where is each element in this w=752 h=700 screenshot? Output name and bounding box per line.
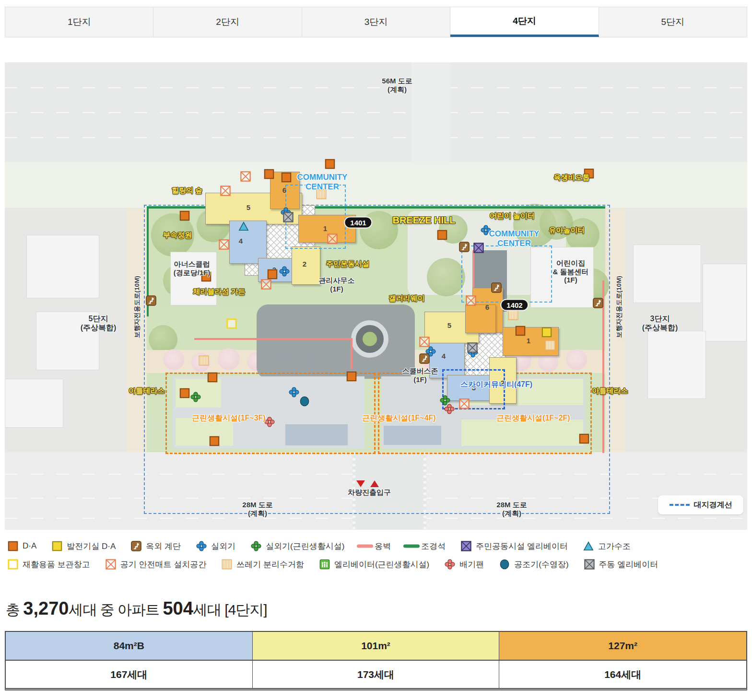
map-label: 스쿨버스존 (1F) (402, 367, 438, 384)
summary-total-count: 3,270 (23, 598, 69, 618)
legend-ahu-icon (499, 559, 510, 570)
legend-item: 고가수조 (582, 541, 631, 552)
tab-2단지[interactable]: 2단지 (153, 7, 302, 37)
unit-type-header: 101m² (253, 632, 500, 661)
map-stairs-icon (459, 242, 470, 252)
legend-evp-icon (461, 541, 471, 551)
map-trash-icon (199, 355, 209, 366)
site-plan-page: 1단지2단지3단지4단지5단지 (0, 0, 752, 700)
building-number: 1 (527, 337, 530, 345)
site-plan-map: 대지경계선 56143265143256M 도로 (계획)힐링의 숲COMMUN… (5, 62, 747, 530)
legend-recycle-icon (8, 559, 18, 570)
map-label: 56M 도로 (계획) (382, 77, 412, 93)
map-label: 체리블라섬 가든 (193, 287, 245, 296)
unit-type-header: 127m² (499, 632, 746, 661)
map-label: 유아놀이터 (549, 226, 585, 234)
map-label: 아틀테라스 (592, 386, 628, 395)
legend-evgray-icon (584, 559, 595, 570)
unit-type-table: 84m²B101m²127m²167세대173세대164세대 (5, 631, 747, 690)
legend-label: 엘리베이터(근린생활시설) (334, 559, 429, 570)
legend-item: 재활용품 보관창고 (7, 559, 90, 570)
map-label: 차량진출입구 (348, 488, 391, 497)
map-label: 28M 도로 (계획) (496, 501, 527, 517)
tab-5단지[interactable]: 5단지 (599, 7, 747, 37)
legend-item: 조경석 (405, 541, 446, 552)
legend-row: D·A발전기실 D·A옥외 계단실외기실외기(근린생활시설)옹벽조경석주민공동시… (7, 537, 749, 555)
legend-label: 주동 엘리베이터 (599, 559, 658, 570)
legend-label: 옹벽 (375, 541, 391, 552)
legend-mat-icon (106, 559, 116, 570)
legend-item: 발전기실 D·A (51, 541, 116, 552)
map-mat-icon (240, 171, 251, 182)
retaining-wall-center-v (351, 338, 352, 369)
summary-suffix: 세대 [4단지] (193, 602, 267, 618)
legend-tank-icon (583, 541, 594, 551)
map-mat-icon (219, 239, 229, 250)
map-stairs-icon (593, 298, 603, 308)
legend-item: 옹벽 (359, 541, 391, 552)
map-gen-icon (541, 327, 552, 338)
building-number: 1 (323, 224, 327, 233)
summary-apartment-count: 504 (163, 598, 193, 618)
legend-label: 주민공동시설 엘리베이터 (476, 541, 568, 552)
legend-item: 옥외 계단 (130, 541, 181, 552)
map-mat-icon (327, 233, 338, 244)
map-label: 부속정원 (163, 231, 192, 239)
legend-label: 재활용품 보관창고 (23, 559, 90, 570)
map-da-icon (264, 169, 274, 179)
tab-1단지[interactable]: 1단지 (5, 7, 153, 37)
legend-row: 재활용품 보관창고공기 안전매트 설치공간쓰레기 분리수거함엘리베이터(근린생활… (7, 555, 749, 573)
map-label: 28M 도로 (계획) (242, 501, 272, 517)
legend-label: 공조기(수영장) (514, 559, 568, 570)
legend-wall-icon (356, 544, 374, 548)
legend-item: 공기 안전매트 설치공간 (105, 559, 206, 570)
legend-label: 실외기 (211, 541, 235, 552)
map-label: 근린생활시설(1F~4F) (362, 414, 435, 423)
legend-label: 옥외 계단 (146, 541, 181, 552)
map-mat-icon (466, 295, 476, 306)
map-mat-icon (261, 279, 271, 290)
tab-4단지[interactable]: 4단지 (450, 7, 599, 37)
unit-type-header: 84m²B (6, 632, 253, 661)
building-number: 4 (239, 237, 243, 245)
map-da-icon (179, 210, 190, 221)
legend-fan-red-icon (445, 559, 455, 570)
legend-fan-blue-icon (196, 541, 207, 551)
map-fan-red-icon (264, 417, 275, 427)
complex-tab-bar: 1단지2단지3단지4단지5단지 (5, 7, 747, 37)
tab-3단지[interactable]: 3단지 (302, 7, 450, 37)
legend-gen-icon (52, 541, 62, 551)
map-label: 갤러리웨이 (389, 294, 425, 303)
building-number: 5 (447, 321, 451, 329)
building-number: 5 (247, 203, 250, 211)
building-number: 6 (485, 303, 489, 311)
map-evgray-icon (283, 212, 294, 222)
map-tank-icon (238, 221, 249, 232)
legend-label: 조경석 (421, 541, 446, 552)
map-ahu-icon (299, 396, 310, 407)
map-fan-blue-icon (425, 346, 436, 357)
map-label: 5단지 (주상복합) (81, 315, 117, 333)
summary-title: 총 3,270세대 중 아파트 504세대 [4단지] (6, 598, 267, 620)
boundary-legend: 대지경계선 (658, 495, 743, 514)
legend-item: 공조기(수영장) (498, 559, 568, 570)
building-number: 6 (282, 186, 286, 194)
map-da-icon (437, 230, 447, 240)
legend-item: 실외기(근린생활시설) (250, 541, 344, 552)
map-label: 3단지 (주상복합) (642, 315, 678, 333)
map-fan-red-icon (444, 404, 455, 414)
legend-label: 배기팬 (459, 559, 484, 570)
map-da-icon (209, 436, 220, 446)
map-da-icon (179, 388, 190, 398)
legend-label: D·A (23, 541, 36, 551)
legend-label: 발전기실 D·A (67, 541, 116, 552)
map-label: 스카이커뮤니티(47F) (460, 380, 532, 389)
legend-item: 실외기 (195, 541, 235, 552)
map-trash-icon (508, 310, 518, 320)
summary-prefix: 총 (6, 602, 23, 618)
community-outline-1402 (461, 245, 552, 303)
map-legend: D·A발전기실 D·A옥외 계단실외기실외기(근린생활시설)옹벽조경석주민공동시… (7, 537, 749, 573)
map-evgray-icon (467, 342, 478, 353)
legend-label: 쓰레기 분리수거함 (236, 559, 304, 570)
unit-household-count: 173세대 (253, 661, 500, 688)
